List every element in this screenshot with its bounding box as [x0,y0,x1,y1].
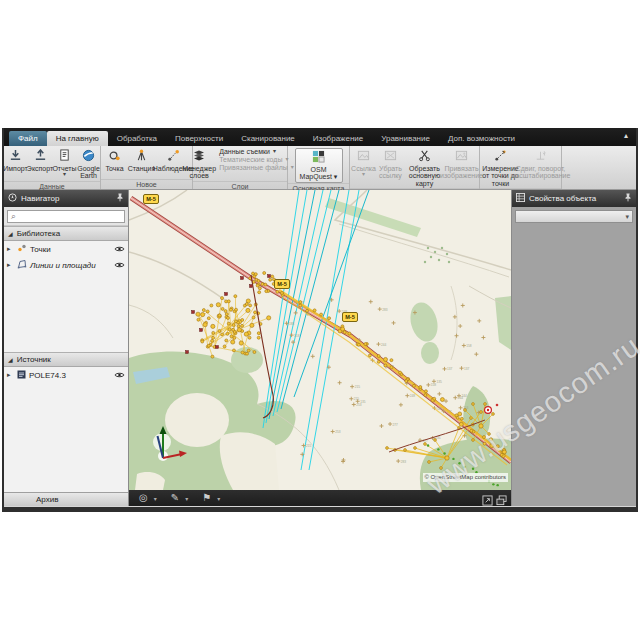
flag-icon[interactable]: ⚑ [202,493,211,503]
points-layer-icon [17,243,27,255]
import-button[interactable]: Импорт [4,148,28,173]
section-source[interactable]: ◢ Источник [4,352,128,367]
remove-reference-button[interactable]: Убрать ссылку [377,148,405,181]
google-earth-button[interactable]: Google Earth [77,148,101,181]
svg-text:283: 283 [401,460,407,464]
google-earth-icon [82,149,95,164]
svg-text:248: 248 [410,394,416,398]
tab-adjustment[interactable]: Уравнивание [372,131,439,146]
layers-icon [192,149,206,164]
remove-image-icon [384,149,397,164]
ribbon-tab-bar: Файл На главную Обработка Поверхности Ск… [4,128,636,146]
section-archive[interactable]: Архив [4,492,128,506]
svg-text:158: 158 [466,344,472,348]
navigator-title: Навигатор [21,194,59,203]
tab-scanning[interactable]: Сканирование [232,131,304,146]
pin-icon[interactable] [624,193,632,204]
section-library[interactable]: ◢ Библиотека [4,226,128,241]
new-view-icon[interactable] [482,492,493,510]
osm-mapquest-button[interactable]: OSM MapQuest ▾ [295,148,343,183]
tab-surfaces[interactable]: Поверхности [166,131,232,146]
source-file-icon [17,370,26,381]
search-input[interactable]: ⌕ [7,210,125,223]
export-icon [34,149,47,164]
linked-files-menu[interactable]: Привязанные файлы▾ [219,164,294,171]
lines-areas-icon [17,259,27,271]
report-icon [58,149,71,164]
map-view[interactable]: 1351371581882152442532771351371581882152… [129,190,511,506]
reports-button[interactable]: Отчеты ▾ [53,148,77,178]
collapse-triangle-icon: ◢ [8,230,13,237]
basemap-tiles-icon [312,150,325,165]
eye-icon[interactable] [114,261,125,269]
expander-icon[interactable]: ▸ [7,245,14,253]
caret-down-icon[interactable]: ▾ [217,495,220,502]
svg-text:М-5: М-5 [277,281,287,287]
svg-text:М-5: М-5 [345,314,355,320]
point-button[interactable]: Точка [102,148,128,173]
caret-down-icon: ▾ [625,213,629,221]
ribbon-group-cogo: Измерение от точки до точки Сдвиг, повор… [480,146,562,189]
ribbon-group-layers: Менеджер слоев Данные съемки▾ Тематическ… [193,146,288,189]
ribbon-group-images: Ссылка ▾ Убрать ссылку Обрезать основную… [350,146,480,189]
eye-icon[interactable] [114,245,125,253]
thematic-codes-menu[interactable]: Тематические коды▾ [219,156,294,163]
svg-text:135: 135 [436,380,442,384]
pin-icon[interactable] [116,193,124,204]
export-button[interactable]: Экспорт [28,148,53,173]
attach-image-button[interactable]: Привязать изображение [445,148,479,181]
caret-down-icon[interactable]: ▾ [185,495,188,502]
svg-text:135: 135 [360,400,366,404]
search-icon: ⌕ [11,211,16,222]
cascade-windows-icon[interactable] [496,492,507,510]
svg-text:244: 244 [461,394,467,398]
tab-extras[interactable]: Доп. возможности [439,131,524,146]
measure-icon [494,149,507,164]
ribbon: Импорт Экспорт Отчеты ▾ Google Earth [4,146,636,190]
tab-processing[interactable]: Обработка [108,131,166,146]
tab-file[interactable]: Файл [9,131,47,146]
pencil-icon[interactable]: ✎ [171,493,179,503]
properties-panel: Свойства объекта ▾ [511,190,636,506]
app-window: Файл На главную Обработка Поверхности Ск… [2,128,638,512]
import-icon [9,149,22,164]
expander-icon[interactable]: ▸ [7,261,14,269]
expander-icon[interactable]: ▸ [7,371,14,379]
ribbon-group-new: Точка Станция Наблюдение Новое [101,146,193,189]
layer-manager-button[interactable]: Менеджер слоев [183,148,215,181]
object-selector-dropdown[interactable]: ▾ [515,210,633,223]
tab-imaging[interactable]: Изображение [304,131,372,146]
eye-icon[interactable] [114,371,125,379]
tab-home[interactable]: На главную [47,131,108,146]
svg-text:244: 244 [381,343,387,347]
properties-title: Свойства объекта [529,194,596,203]
navigator-panel: Навигатор ⌕ ◢ Библиотека ▸ Точки [4,190,129,506]
svg-text:158: 158 [294,334,300,338]
properties-icon [516,193,525,204]
collapse-ribbon-icon[interactable]: ▴ [624,132,628,140]
caret-down-icon: ▾ [63,172,66,177]
ribbon-empty-space [562,146,636,189]
reference-button[interactable]: Ссылка ▾ [351,148,377,178]
svg-text:137: 137 [464,367,470,371]
transform-icon [534,149,547,164]
station-icon [135,149,148,164]
point-icon [108,149,121,164]
caret-down-icon[interactable]: ▾ [154,495,157,502]
survey-data-menu[interactable]: Данные съемки▾ [219,148,294,155]
station-button[interactable]: Станция [128,148,156,173]
properties-body [512,223,636,506]
orbit-icon[interactable]: ◎ [139,493,148,503]
svg-text:М-5: М-5 [146,196,156,202]
tree-item-lines-areas[interactable]: ▸ Линии и площади [4,257,128,273]
tree-item-source-file[interactable]: ▸ POLE74.3 [4,367,128,383]
map-canvas[interactable]: 1351371581882152442532771351371581882152… [129,190,511,490]
crop-basemap-button[interactable]: Обрезать основную карту [405,148,445,188]
svg-text:277: 277 [393,423,399,427]
reference-image-icon [357,149,370,164]
tree-item-points[interactable]: ▸ Точки [4,241,128,257]
svg-text:283: 283 [382,308,388,312]
move-rotate-scale-button[interactable]: Сдвиг, поворот, масштабирование [521,148,561,181]
caret-down-icon: ▾ [273,149,276,154]
svg-text:215: 215 [355,385,361,389]
